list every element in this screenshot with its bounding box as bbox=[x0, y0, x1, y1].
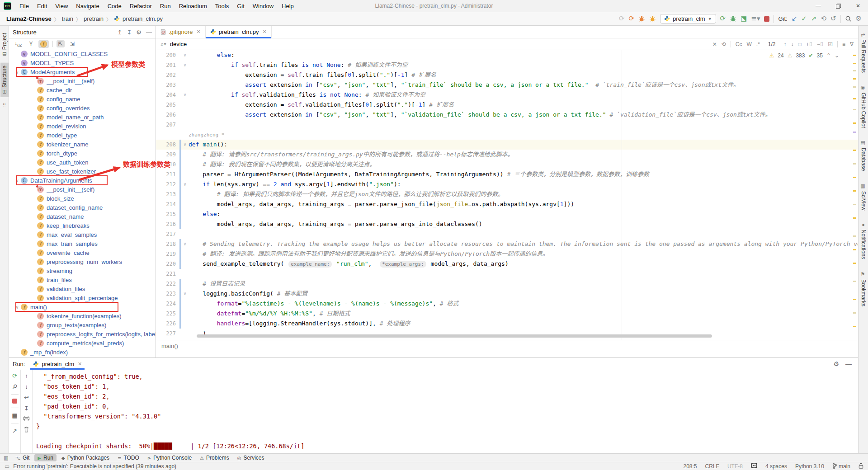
menu-edit[interactable]: Edit bbox=[33, 1, 51, 11]
git-push-icon[interactable]: ↗ bbox=[811, 15, 817, 22]
soft-wrap-icon[interactable]: ↩ bbox=[24, 394, 29, 401]
structure-item-block-size[interactable]: fblock_size bbox=[9, 194, 156, 203]
code-line[interactable]: 214 model_args, data_args, training_args… bbox=[156, 199, 858, 209]
regex-toggle[interactable]: .* bbox=[756, 41, 760, 47]
search-everywhere-icon[interactable] bbox=[845, 15, 852, 22]
close-tab-icon[interactable]: ✕ bbox=[196, 29, 200, 35]
menu-view[interactable]: View bbox=[52, 1, 71, 11]
code-line[interactable]: 224 format="%(asctime)s - %(levelname)s … bbox=[156, 299, 858, 309]
reloadium-bug-icon[interactable] bbox=[638, 15, 645, 22]
menu-tools[interactable]: Tools bbox=[212, 1, 232, 11]
tool-tab-python-packages[interactable]: ◆Python Packages bbox=[58, 454, 113, 461]
structure-item-streaming[interactable]: fstreaming bbox=[9, 266, 156, 275]
filter-lines-icon[interactable]: ≡ bbox=[842, 41, 845, 47]
horizontal-scrollbar[interactable] bbox=[197, 334, 712, 338]
structure-item-train-files[interactable]: ftrain_files bbox=[9, 275, 156, 284]
tool-window-switcher-icon[interactable]: ▥ bbox=[2, 455, 10, 461]
editor-scrollbar[interactable] bbox=[852, 50, 857, 340]
structure-item-model-name-or-path[interactable]: fmodel_name_or_path bbox=[9, 113, 156, 122]
code-line[interactable]: 226 handlers=[logging.StreamHandler(sys.… bbox=[156, 319, 858, 329]
filter-funnel-icon[interactable]: ∇ bbox=[850, 41, 854, 47]
expand-chevron-icon[interactable]: ∨ bbox=[14, 305, 21, 310]
code-line[interactable]: 210 # 翻译: 我们现在保留不同的参数集，以便更清晰地分离关注点。 bbox=[156, 160, 858, 169]
tool-tab-git[interactable]: ⌥Git bbox=[12, 454, 33, 461]
tool-tab-problems[interactable]: ⚠Problems bbox=[197, 454, 232, 461]
fold-marker-icon[interactable]: ∨ bbox=[181, 289, 189, 299]
open-in-find-window-icon[interactable]: □ bbox=[798, 41, 802, 47]
code-line[interactable]: 202 extension = self.train_files[0].spli… bbox=[156, 70, 858, 80]
structure-item-model-config-classes[interactable]: vMODEL_CONFIG_CLASSES bbox=[9, 49, 156, 58]
menu-navigate[interactable]: Navigate bbox=[72, 1, 103, 11]
stripe-notifications[interactable]: ●Notifications bbox=[860, 222, 867, 259]
code-line[interactable]: 219 # 翻译: 发送遥测。跟踪示例用法有助于我们更好地分配资源来维护它们。发… bbox=[156, 249, 858, 259]
structure-item-dataset-name[interactable]: fdataset_name bbox=[9, 212, 156, 221]
structure-item-config-overrides[interactable]: fconfig_overrides bbox=[9, 103, 156, 113]
structure-item-max-train-samples[interactable]: fmax_train_samples bbox=[9, 239, 156, 248]
run-dashboard-icon[interactable]: ≡▾ bbox=[751, 15, 760, 22]
expand-chevron-icon[interactable]: ∨ bbox=[14, 70, 21, 75]
code-line[interactable]: 208∨def main(): bbox=[156, 140, 858, 150]
breadcrumb-item[interactable]: train bbox=[62, 15, 73, 22]
code-line[interactable]: 223∨ logging.basicConfig( # 基本配置 bbox=[156, 289, 858, 299]
breadcrumb-project[interactable]: Llama2-Chinese bbox=[6, 15, 52, 22]
code-line[interactable]: 225 datefmt="%m/%d/%Y %H:%M:%S", # 日期格式 bbox=[156, 309, 858, 319]
code-line[interactable]: 205 extension = self.validation_files[0]… bbox=[156, 100, 858, 110]
hide-run-panel-icon[interactable]: — bbox=[845, 360, 852, 367]
pin-tab-icon[interactable]: ↗ bbox=[12, 428, 17, 434]
previous-match-icon[interactable]: ↑ bbox=[784, 41, 787, 47]
structure-tree[interactable]: vMODEL_CONFIG_CLASSESvMODEL_TYPES∨CModel… bbox=[9, 49, 156, 357]
tool-tab-python-console[interactable]: ⊳Python Console bbox=[144, 454, 195, 461]
file-encoding[interactable]: UTF-8 bbox=[727, 463, 743, 470]
menu-code[interactable]: Code bbox=[104, 1, 125, 11]
tool-tab-services[interactable]: ◎Services bbox=[234, 454, 268, 461]
expand-all-icon[interactable]: ↥ bbox=[118, 29, 123, 36]
structure-item-validation-files[interactable]: fvalidation_files bbox=[9, 284, 156, 293]
restore-layout-icon[interactable]: ▦ bbox=[12, 412, 17, 419]
search-icon[interactable]: ⌕▾ bbox=[160, 41, 166, 48]
structure-item-tokenizer-name[interactable]: ftokenizer_name bbox=[9, 140, 156, 149]
line-separator[interactable]: CRLF bbox=[705, 463, 719, 470]
history-icon[interactable]: ⟲ bbox=[821, 15, 826, 22]
code-line[interactable]: zhangzheng * bbox=[156, 130, 858, 140]
code-line[interactable]: 217 bbox=[156, 229, 858, 239]
structure-item--post-init-self-[interactable]: m__post_init__(self) bbox=[9, 76, 156, 85]
structure-item-config-name[interactable]: fconfig_name bbox=[9, 94, 156, 103]
code-line[interactable]: 206 assert extension in ["csv", "json", … bbox=[156, 110, 858, 120]
stripe-project[interactable]: ▤Project bbox=[0, 30, 9, 59]
fold-marker-icon[interactable]: ∨ bbox=[181, 239, 189, 249]
stop-icon[interactable] bbox=[764, 16, 769, 22]
ai-robot-icon[interactable] bbox=[751, 463, 757, 470]
rollback-icon[interactable]: ↺ bbox=[830, 15, 836, 22]
status-message[interactable]: Error running 'pretrain': Executable is … bbox=[13, 463, 176, 470]
structure-item-tokenize-function-examples-[interactable]: ftokenize_function(examples) bbox=[9, 311, 156, 320]
code-line[interactable]: 221 bbox=[156, 269, 858, 279]
structure-item-max-eval-samples[interactable]: fmax_eval_samples bbox=[9, 230, 156, 239]
breadcrumb-file[interactable]: pretrain_clm.py bbox=[123, 15, 163, 22]
always-select-opened-icon[interactable]: ⇱ bbox=[57, 40, 65, 47]
menu-help[interactable]: Help bbox=[278, 1, 297, 11]
tab-pretrain-clm[interactable]: pretrain_clm.py ✕ bbox=[206, 26, 272, 38]
search-history-icon[interactable]: ⟲ bbox=[722, 41, 726, 47]
structure-item-compute-metrics-eval-preds-[interactable]: fcompute_metrics(eval_preds) bbox=[9, 338, 156, 348]
structure-item-modelarguments[interactable]: ∨CModelArguments bbox=[9, 67, 156, 76]
group-methods-icon[interactable]: Y bbox=[28, 40, 35, 47]
rerun-icon[interactable]: ⟳ bbox=[720, 15, 726, 22]
git-branch-widget[interactable]: main bbox=[832, 463, 850, 470]
fold-marker-icon[interactable]: ∨ bbox=[181, 50, 189, 60]
fold-marker-icon[interactable]: ∨ bbox=[181, 90, 189, 100]
structure-item-keep-linebreaks[interactable]: fkeep_linebreaks bbox=[9, 221, 156, 230]
reloadium-restart-icon[interactable]: ⟳ bbox=[629, 15, 635, 22]
print-icon[interactable] bbox=[24, 416, 29, 423]
sort-alphabetically-icon[interactable]: ↓az bbox=[13, 40, 24, 48]
editor-area[interactable]: .gitignore ✕ pretrain_clm.py ✕ ⌕▾ device… bbox=[156, 26, 858, 357]
code-line[interactable]: 222 # 设置日志记录 bbox=[156, 279, 858, 289]
code-line[interactable]: 220 send_example_telemetry( example_name… bbox=[156, 259, 858, 269]
menu-refactor[interactable]: Refactor bbox=[126, 1, 156, 11]
run-settings-gear-icon[interactable]: ⚙ bbox=[833, 360, 839, 367]
minimize-button[interactable]: — bbox=[808, 0, 828, 12]
menu-run[interactable]: Run bbox=[156, 1, 175, 11]
whole-words-toggle[interactable]: W bbox=[746, 41, 751, 47]
python-interpreter[interactable]: Python 3.10 bbox=[795, 463, 824, 470]
code-line[interactable]: 209 # 翻译: 请参阅src/transformers/training_a… bbox=[156, 150, 858, 160]
structure-item-dataset-config-name[interactable]: fdataset_config_name bbox=[9, 203, 156, 212]
